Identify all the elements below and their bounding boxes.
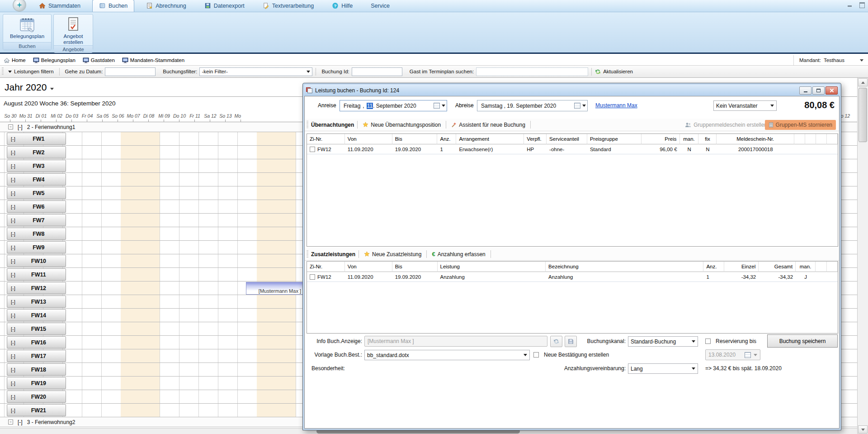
checkbox-icon[interactable] [533, 352, 539, 358]
room-label-button[interactable]: [-]FW2 [7, 146, 66, 158]
room-label-button[interactable]: [-]FW19 [7, 377, 66, 389]
room-name: FW7 [15, 217, 62, 224]
room-label-button[interactable]: [-]FW11 [7, 268, 66, 281]
room-label-button[interactable]: [-]FW1 [7, 133, 66, 145]
room-label-button[interactable]: [-]FW12 [7, 282, 66, 294]
aktualisieren-button[interactable]: Aktualisieren [603, 69, 633, 74]
room-label-button[interactable]: [-]FW14 [7, 309, 66, 321]
day-label: Mo 31 [18, 113, 33, 119]
belegungsplan-button[interactable]: Belegungsplan [3, 14, 51, 42]
collapse-marker: [-] [11, 258, 15, 264]
vertical-scrollbar-thumb[interactable] [859, 88, 867, 142]
gehe-zu-datum-input[interactable] [105, 67, 156, 76]
zusatzleistungen-title: Zusatzleistungen [311, 251, 355, 258]
toolbar-drag-handle[interactable] [2, 67, 4, 76]
chevron-down-icon[interactable] [860, 59, 863, 62]
menu-tab-textverarbeitung[interactable]: Textverarbeitung [256, 0, 320, 12]
room-label-button[interactable]: [-]FW20 [7, 391, 66, 403]
dialog-close-button[interactable] [826, 86, 838, 95]
buchung-speichern-button[interactable]: Buchung speichern [767, 334, 838, 348]
neue-zusatzleistung-button[interactable]: Neue Zusatzleistung [364, 251, 421, 258]
info-buch-anzeige-input[interactable]: [Mustermann Max ] [364, 336, 547, 347]
checkbox-icon[interactable] [705, 339, 711, 344]
room-label-button[interactable]: [-]FW16 [7, 336, 66, 348]
belegungsplan-label: Belegungsplan [10, 33, 44, 39]
room-label-button[interactable]: [-]FW5 [7, 187, 66, 199]
row-checkbox[interactable] [310, 147, 315, 152]
buchungsfilter-select[interactable]: -kein Filter- [199, 67, 312, 76]
menu-tab-service[interactable]: Service [364, 0, 396, 12]
assistent-neue-buchung-button[interactable]: Assistent für neue Buchung [451, 122, 525, 128]
gruppenmeldeschein-button[interactable]: Gruppenmeldeschein erstellen [682, 120, 770, 130]
reservierung-bis-checkbox[interactable]: Reservierung bis [705, 336, 756, 347]
room-label-button[interactable]: [-]FW3 [7, 160, 66, 172]
leistungen-filtern-button[interactable]: Leistungen filtern [14, 69, 54, 74]
table-cell: 200017000018 [717, 144, 794, 154]
room-label-button[interactable]: [-]FW6 [7, 200, 66, 213]
table-row[interactable]: FW1211.09.202019.09.20201Erwachsene(r)HP… [307, 144, 838, 154]
gast-suchen-input[interactable] [476, 67, 588, 76]
collapse-marker: [-] [18, 419, 23, 425]
navbar-item-home[interactable]: Home [4, 57, 26, 63]
year-dropdown-icon[interactable] [50, 88, 54, 90]
room-label-button[interactable]: [-]FW21 [7, 404, 66, 416]
buchungskanal-select[interactable]: Standard-Buchung [628, 336, 698, 347]
navbar-item-label: Home [12, 57, 26, 63]
neue-bestaetigung-checkbox[interactable]: Neue Bestätigung erstellen [533, 349, 609, 360]
save-icon-button[interactable] [565, 336, 577, 347]
booking-bar[interactable]: [Mustermann Max ] [246, 282, 303, 295]
toolbar-drag-handle[interactable] [307, 121, 308, 129]
scroll-up-button[interactable] [858, 78, 868, 86]
reservierung-datum-input[interactable]: 13.08.2020 [705, 349, 760, 360]
window-minimize-button[interactable] [847, 2, 853, 7]
collapse-icon[interactable]: − [8, 420, 13, 424]
neue-uebernachtungsposition-button[interactable]: Neue Übernachtungsposition [363, 122, 441, 128]
dialog-minimize-button[interactable] [799, 86, 811, 95]
day-label: Mi 02 [49, 113, 64, 119]
anreise-date-picker[interactable]: Freitag , 11 . September 2020 [340, 100, 447, 111]
mandant-selector[interactable]: Mandant: Testhaus [793, 55, 866, 65]
gruppen-ms-stornieren-button[interactable]: Gruppen-MS stornieren [765, 120, 836, 130]
room-label-button[interactable]: [-]FW8 [7, 228, 66, 240]
menu-tab-stammdaten[interactable]: Stammdaten [33, 0, 87, 12]
row-checkbox[interactable] [310, 274, 315, 280]
vorlage-select[interactable]: bb_standard.dotx [364, 350, 530, 360]
table-cell: 96,00 € [642, 144, 680, 154]
room-label-button[interactable]: [-]FW10 [7, 255, 66, 267]
vertical-scrollbar[interactable] [857, 78, 868, 434]
menu-tab-hilfe[interactable]: ?Hilfe [326, 0, 359, 12]
window-maximize-button[interactable] [859, 2, 864, 7]
veranstalter-select[interactable]: Kein Veranstalter [713, 100, 777, 111]
room-label-button[interactable]: [-]FW18 [7, 363, 66, 376]
navbar-item-mandaten-stammdaten[interactable]: Mandaten-Stammdaten [122, 57, 184, 63]
guest-name-link[interactable]: Mustermann Max [595, 102, 637, 109]
dialog-maximize-button[interactable] [812, 86, 825, 95]
room-label-button[interactable]: [-]FW15 [7, 323, 66, 335]
collapse-marker: [-] [11, 150, 15, 155]
menu-tab-datenexport[interactable]: Datenexport [198, 0, 251, 12]
table-row[interactable]: FW1211.09.202019.09.2020AnzahlungAnzahlu… [307, 272, 838, 282]
dialog-title-bar[interactable]: Leistung buchen - Buchung Id: 124 [304, 85, 840, 96]
room-label-button[interactable]: [-]FW9 [7, 241, 66, 253]
menu-tab-buchen[interactable]: Buchen [92, 0, 134, 12]
collapse-icon[interactable]: − [8, 124, 13, 129]
table-cell: FW12 [307, 272, 345, 282]
menu-tab-abrechnung[interactable]: Abrechnung [140, 0, 192, 12]
menu-tab-label: Textverarbeitung [272, 3, 314, 9]
buchung-id-input[interactable] [352, 67, 402, 76]
navbar-item-gastdaten[interactable]: Gastdaten [83, 57, 115, 63]
room-label-button[interactable]: [-]FW7 [7, 214, 66, 226]
anzahlung-erfassen-button[interactable]: € Anzahlung erfassen [432, 251, 485, 258]
table-cell: N [680, 144, 699, 154]
navbar-item-belegungsplan[interactable]: Belegungsplan [33, 57, 75, 63]
refresh-button[interactable] [550, 336, 562, 347]
abreise-date-picker[interactable]: Samstag , 19. September 2020 [477, 100, 588, 111]
toolbar-drag-handle[interactable] [307, 250, 308, 258]
anzahlungsvereinbarung-select[interactable]: Lang [628, 363, 698, 374]
table-cell: 11.09.2020 [345, 272, 392, 282]
room-label-button[interactable]: [-]FW4 [7, 173, 66, 186]
scroll-down-button[interactable] [858, 425, 868, 434]
room-label-button[interactable]: [-]FW13 [7, 296, 66, 308]
angebot-erstellen-button[interactable]: Angebot erstellen [54, 14, 93, 45]
room-label-button[interactable]: [-]FW17 [7, 350, 66, 362]
